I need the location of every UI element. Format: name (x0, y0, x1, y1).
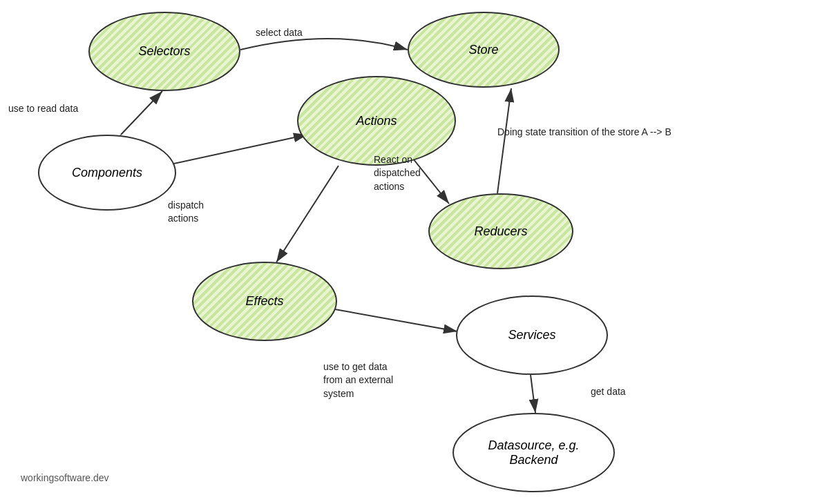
services-label: Services (508, 328, 555, 342)
react-on-label: React on dispatched actions (374, 139, 421, 193)
selectors-node: Selectors (88, 12, 240, 91)
store-node: Store (408, 12, 560, 88)
effects-label: Effects (245, 294, 283, 309)
select-data-label: select data (256, 26, 303, 40)
actions-label: Actions (356, 114, 397, 128)
effects-node: Effects (192, 262, 337, 341)
reducers-label: Reducers (474, 224, 527, 239)
datasource-node: Datasource, e.g. Backend (452, 413, 615, 492)
services-node: Services (456, 295, 608, 375)
diagram-container: Selectors Store Actions Components Reduc… (0, 0, 829, 504)
selectors-label: Selectors (138, 44, 190, 59)
watermark: workingsoftware.dev (21, 472, 109, 483)
use-to-get-data-label: use to get data from an external system (323, 347, 393, 400)
components-label: Components (72, 166, 142, 180)
store-label: Store (468, 43, 498, 57)
components-node: Components (38, 135, 176, 211)
use-to-read-data-label: use to read data (8, 102, 78, 116)
dispatch-actions-label: dispatch actions (168, 185, 204, 226)
datasource-label: Datasource, e.g. Backend (488, 438, 579, 467)
reducers-node: Reducers (428, 193, 573, 269)
get-data-label: get data (591, 385, 626, 399)
doing-state-label: Doing state transition of the store A --… (497, 126, 671, 139)
